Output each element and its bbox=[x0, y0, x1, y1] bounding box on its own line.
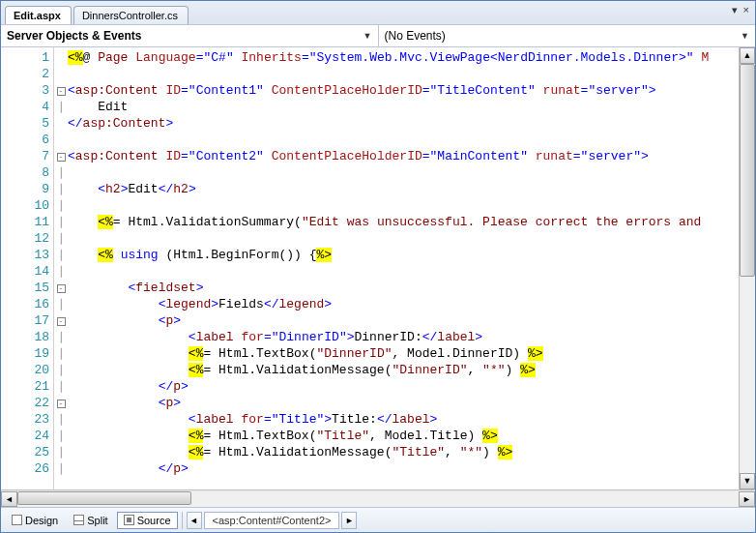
collapse-icon[interactable]: - bbox=[57, 400, 66, 408]
outline-cell: │ bbox=[54, 99, 68, 115]
collapse-icon[interactable]: - bbox=[57, 317, 66, 326]
line-number: 6 bbox=[1, 132, 53, 148]
outline-cell: │ bbox=[54, 411, 68, 428]
design-view-button[interactable]: Design bbox=[5, 512, 65, 529]
line-number: 16 bbox=[1, 296, 53, 312]
outline-cell[interactable]: - bbox=[54, 312, 68, 329]
code-line[interactable]: <%= Html.TextBox("DinnerID", Model.Dinne… bbox=[68, 345, 755, 362]
code-line[interactable]: <p> bbox=[68, 395, 755, 411]
breadcrumb-next-button[interactable]: ► bbox=[341, 512, 357, 529]
outline-column: -│-│││││││-│-││││-││││ bbox=[54, 47, 68, 489]
line-number: 19 bbox=[1, 345, 53, 362]
code-line[interactable]: <label for="Title">Title:</label> bbox=[68, 411, 755, 428]
code-line[interactable] bbox=[68, 263, 755, 280]
editor-window: Edit.aspx DinnersController.cs ▾ × Serve… bbox=[0, 0, 756, 533]
source-view-button[interactable]: Source bbox=[117, 512, 178, 529]
close-icon[interactable]: × bbox=[743, 4, 749, 16]
vertical-scrollbar[interactable]: ▲ ▼ bbox=[739, 47, 755, 489]
line-number: 22 bbox=[1, 395, 53, 411]
collapse-icon[interactable]: - bbox=[57, 153, 66, 162]
line-number: 23 bbox=[1, 411, 53, 428]
design-label: Design bbox=[25, 515, 58, 526]
events-dropdown[interactable]: (No Events) ▼ bbox=[379, 25, 756, 46]
vscroll-track[interactable] bbox=[740, 64, 755, 473]
code-line[interactable]: <%= Html.TextBox("Title", Model.Title) %… bbox=[68, 428, 755, 444]
code-line[interactable]: <%= Html.ValidationMessage("Title", "*")… bbox=[68, 444, 755, 460]
outline-cell: │ bbox=[54, 444, 68, 460]
line-number: 12 bbox=[1, 230, 53, 247]
line-number: 8 bbox=[1, 164, 53, 181]
line-number: 3 bbox=[1, 82, 53, 99]
code-line[interactable] bbox=[68, 230, 755, 247]
code-line[interactable]: Edit bbox=[68, 99, 755, 115]
outline-cell bbox=[54, 66, 68, 82]
outline-cell bbox=[54, 49, 68, 66]
code-line[interactable]: <h2>Edit</h2> bbox=[68, 181, 755, 197]
code-line[interactable] bbox=[68, 197, 755, 214]
scroll-left-button[interactable]: ◄ bbox=[1, 491, 17, 507]
line-number: 2 bbox=[1, 66, 53, 82]
vscroll-thumb[interactable] bbox=[740, 64, 755, 277]
outline-cell: │ bbox=[54, 428, 68, 444]
code-line[interactable]: </asp:Content> bbox=[68, 115, 755, 132]
code-line[interactable]: </p> bbox=[68, 460, 755, 477]
hscroll-track[interactable] bbox=[17, 491, 739, 507]
code-line[interactable]: </p> bbox=[68, 378, 755, 395]
scroll-down-button[interactable]: ▼ bbox=[740, 473, 755, 489]
code-line[interactable]: <%= Html.ValidationSummary("Edit was uns… bbox=[68, 214, 755, 230]
code-line[interactable]: <asp:Content ID="Content1" ContentPlaceH… bbox=[68, 82, 755, 99]
breadcrumb-prev-button[interactable]: ◄ bbox=[187, 512, 202, 529]
code-line[interactable]: <label for="DinnerID">DinnerID:</label> bbox=[68, 329, 755, 345]
outline-cell: │ bbox=[54, 378, 68, 395]
outline-cell bbox=[54, 132, 68, 148]
line-number: 7 bbox=[1, 148, 53, 164]
outline-cell: │ bbox=[54, 214, 68, 230]
code-line[interactable] bbox=[68, 164, 755, 181]
scroll-right-button[interactable]: ► bbox=[739, 491, 755, 507]
tab-dinners-controller[interactable]: DinnersController.cs bbox=[73, 6, 189, 24]
outline-cell[interactable]: - bbox=[54, 395, 68, 411]
horizontal-scrollbar[interactable]: ◄ ► bbox=[1, 489, 755, 507]
code-line[interactable]: <asp:Content ID="Content2" ContentPlaceH… bbox=[68, 148, 755, 164]
server-objects-dropdown[interactable]: Server Objects & Events ▼ bbox=[1, 25, 379, 46]
outline-cell[interactable]: - bbox=[54, 280, 68, 296]
outline-cell: │ bbox=[54, 345, 68, 362]
collapse-icon[interactable]: - bbox=[57, 87, 66, 96]
split-icon bbox=[73, 515, 84, 525]
code-editor[interactable]: <%@ Page Language="C#" Inherits="System.… bbox=[68, 47, 755, 489]
line-number: 5 bbox=[1, 115, 53, 132]
outline-cell[interactable]: - bbox=[54, 82, 68, 99]
line-number: 15 bbox=[1, 280, 53, 296]
outline-cell: │ bbox=[54, 296, 68, 312]
chevron-down-icon: ▼ bbox=[363, 31, 372, 41]
code-line[interactable]: <% using (Html.BeginForm()) {%> bbox=[68, 247, 755, 263]
scroll-up-button[interactable]: ▲ bbox=[740, 47, 755, 64]
object-event-row: Server Objects & Events ▼ (No Events) ▼ bbox=[1, 24, 755, 47]
outline-cell bbox=[54, 115, 68, 132]
line-number: 25 bbox=[1, 444, 53, 460]
code-line[interactable]: <p> bbox=[68, 312, 755, 329]
code-line[interactable]: <legend>Fields</legend> bbox=[68, 296, 755, 312]
tab-edit-aspx[interactable]: Edit.aspx bbox=[5, 6, 72, 24]
line-number: 24 bbox=[1, 428, 53, 444]
collapse-icon[interactable]: - bbox=[57, 284, 66, 293]
split-view-button[interactable]: Split bbox=[67, 512, 114, 529]
hscroll-thumb[interactable] bbox=[17, 491, 191, 505]
breadcrumb[interactable]: <asp:Content#Content2> bbox=[204, 512, 340, 529]
code-line[interactable] bbox=[68, 132, 755, 148]
line-number: 21 bbox=[1, 378, 53, 395]
line-number: 17 bbox=[1, 312, 53, 329]
split-label: Split bbox=[87, 515, 107, 526]
line-number: 11 bbox=[1, 214, 53, 230]
code-area: 1234567891011121314151617181920212223242… bbox=[1, 47, 755, 489]
line-number: 20 bbox=[1, 362, 53, 378]
code-line[interactable]: <%@ Page Language="C#" Inherits="System.… bbox=[68, 49, 755, 66]
separator bbox=[182, 512, 183, 529]
design-icon bbox=[12, 515, 22, 525]
code-line[interactable]: <fieldset> bbox=[68, 280, 755, 296]
code-line[interactable] bbox=[68, 66, 755, 82]
line-number: 4 bbox=[1, 99, 53, 115]
code-line[interactable]: <%= Html.ValidationMessage("DinnerID", "… bbox=[68, 362, 755, 378]
outline-cell[interactable]: - bbox=[54, 148, 68, 164]
tab-dropdown-icon[interactable]: ▾ bbox=[732, 4, 738, 16]
